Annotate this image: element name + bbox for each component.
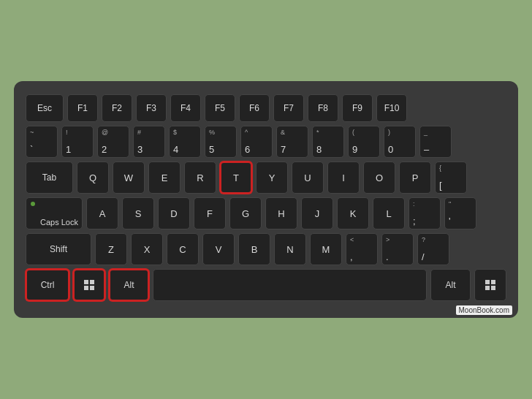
- key-f5[interactable]: F5: [205, 94, 235, 122]
- function-key-row: Esc F1 F2 F3 F4 F5 F6 F7 F8 F9 F10: [26, 94, 506, 122]
- key-n[interactable]: N: [274, 233, 306, 265]
- key-m[interactable]: M: [310, 233, 342, 265]
- key-w[interactable]: W: [113, 162, 145, 194]
- number-row: ~ ` ! 1 @ 2 # 3 $ 4 % 5 ^ 6 & 7: [26, 126, 506, 158]
- key-8[interactable]: * 8: [312, 126, 344, 158]
- key-capslock[interactable]: Caps Lock: [26, 197, 83, 229]
- key-b[interactable]: B: [238, 233, 270, 265]
- key-bracket-open[interactable]: { [: [435, 162, 467, 194]
- key-f9[interactable]: F9: [342, 94, 373, 122]
- key-r[interactable]: R: [184, 162, 216, 194]
- key-l[interactable]: L: [373, 197, 405, 229]
- caps-lock-indicator: [31, 202, 35, 206]
- key-u[interactable]: U: [292, 162, 324, 194]
- zxcv-row: Shift Z X C V B N M < , > .: [26, 233, 506, 265]
- key-tab[interactable]: Tab: [26, 162, 73, 194]
- key-ctrl-left[interactable]: Ctrl: [26, 269, 69, 301]
- key-semicolon[interactable]: : ;: [408, 197, 441, 229]
- key-k[interactable]: K: [337, 197, 369, 229]
- key-esc[interactable]: Esc: [26, 94, 64, 122]
- key-quote[interactable]: " ': [444, 197, 476, 229]
- key-f8[interactable]: F8: [308, 94, 338, 122]
- key-period[interactable]: > .: [381, 233, 414, 265]
- key-slash[interactable]: ? /: [417, 233, 449, 265]
- key-t[interactable]: T: [220, 162, 252, 194]
- key-i[interactable]: I: [327, 162, 360, 194]
- key-s[interactable]: S: [122, 197, 154, 229]
- key-win-right[interactable]: [474, 269, 506, 301]
- key-space[interactable]: [153, 269, 427, 301]
- key-h[interactable]: H: [265, 197, 297, 229]
- key-minus[interactable]: _ –: [419, 126, 452, 158]
- key-0[interactable]: ) 0: [384, 126, 416, 158]
- key-d[interactable]: D: [158, 197, 190, 229]
- key-j[interactable]: J: [301, 197, 333, 229]
- key-1[interactable]: ! 1: [61, 126, 94, 158]
- key-z[interactable]: Z: [95, 233, 127, 265]
- bottom-row: Ctrl Alt Alt: [26, 269, 506, 301]
- key-x[interactable]: X: [131, 233, 163, 265]
- key-6[interactable]: ^ 6: [240, 126, 273, 158]
- key-f10[interactable]: F10: [376, 94, 407, 122]
- key-f7[interactable]: F7: [273, 94, 304, 122]
- key-f1[interactable]: F1: [67, 94, 98, 122]
- key-y[interactable]: Y: [256, 162, 288, 194]
- key-c[interactable]: C: [167, 233, 199, 265]
- key-f2[interactable]: F2: [102, 94, 132, 122]
- key-p[interactable]: P: [399, 162, 431, 194]
- key-f[interactable]: F: [194, 197, 226, 229]
- key-v[interactable]: V: [202, 233, 235, 265]
- key-alt-left[interactable]: Alt: [109, 269, 149, 301]
- key-win-left[interactable]: [73, 269, 105, 301]
- key-2[interactable]: @ 2: [97, 126, 129, 158]
- keyboard: Esc F1 F2 F3 F4 F5 F6 F7 F8 F9 F10: [14, 81, 518, 318]
- key-a[interactable]: A: [86, 197, 118, 229]
- windows-icon-right: [485, 280, 495, 290]
- key-5[interactable]: % 5: [205, 126, 237, 158]
- watermark: MoonBook.com: [456, 305, 512, 315]
- key-comma[interactable]: < ,: [346, 233, 378, 265]
- key-3[interactable]: # 3: [133, 126, 165, 158]
- key-o[interactable]: O: [363, 162, 395, 194]
- key-q[interactable]: Q: [77, 162, 109, 194]
- key-f6[interactable]: F6: [239, 94, 270, 122]
- key-alt-right[interactable]: Alt: [430, 269, 471, 301]
- key-7[interactable]: & 7: [276, 126, 308, 158]
- key-e[interactable]: E: [148, 162, 180, 194]
- key-f4[interactable]: F4: [170, 94, 201, 122]
- qwerty-row: Tab Q W E R T Y U I O P: [26, 162, 506, 194]
- key-4[interactable]: $ 4: [169, 126, 201, 158]
- windows-icon: [84, 280, 94, 290]
- key-g[interactable]: G: [229, 197, 262, 229]
- key-f3[interactable]: F3: [136, 94, 167, 122]
- key-9[interactable]: ( 9: [348, 126, 380, 158]
- key-shift-left[interactable]: Shift: [26, 233, 91, 265]
- asdf-row: Caps Lock A S D F G H J K L : ;: [26, 197, 506, 229]
- key-tilde[interactable]: ~ `: [26, 126, 58, 158]
